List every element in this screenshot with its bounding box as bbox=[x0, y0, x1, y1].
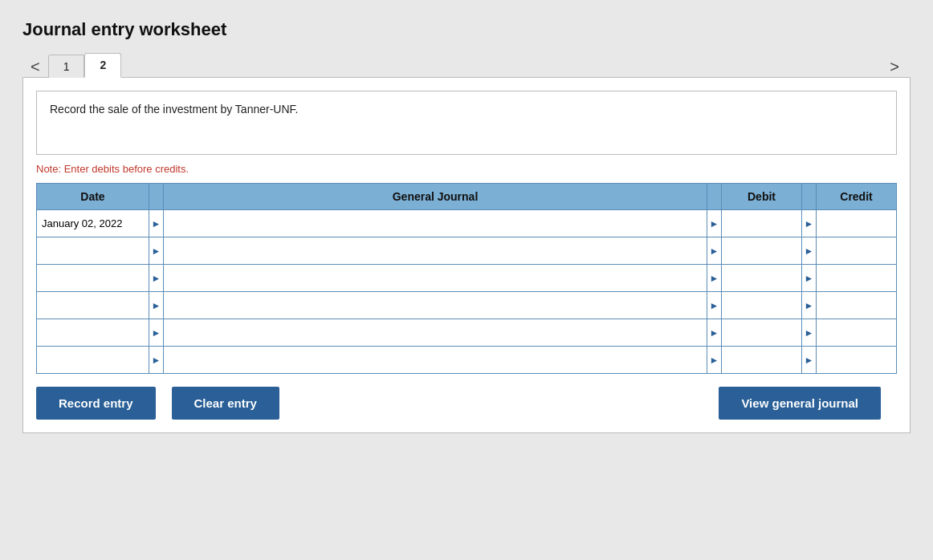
arrow-cell-3-2: ► bbox=[802, 265, 817, 292]
next-nav-button[interactable]: > bbox=[882, 55, 907, 78]
input-debit-3[interactable] bbox=[722, 292, 801, 319]
input-date-3[interactable] bbox=[37, 292, 149, 319]
cell-journal-2[interactable] bbox=[164, 265, 707, 292]
page-container: Journal entry worksheet < 1 2 > Record t… bbox=[0, 0, 933, 560]
input-journal-5[interactable] bbox=[164, 347, 707, 373]
cell-debit-0[interactable] bbox=[722, 210, 802, 237]
col-arrow-2 bbox=[707, 184, 722, 210]
prev-nav-button[interactable]: < bbox=[22, 55, 48, 78]
col-header-debit: Debit bbox=[722, 184, 802, 210]
input-credit-0[interactable] bbox=[817, 210, 896, 237]
cell-date-1[interactable] bbox=[37, 237, 149, 265]
cell-credit-5[interactable] bbox=[817, 347, 897, 374]
arrow-cell-3-4: ► bbox=[802, 319, 817, 347]
cell-debit-4[interactable] bbox=[722, 319, 802, 347]
col-header-credit: Credit bbox=[817, 184, 897, 210]
col-header-journal: General Journal bbox=[164, 184, 707, 210]
input-date-5[interactable] bbox=[37, 347, 149, 373]
input-credit-2[interactable] bbox=[817, 265, 896, 291]
instruction-text: Record the sale of the investment by Tan… bbox=[50, 103, 298, 116]
input-credit-3[interactable] bbox=[817, 292, 896, 319]
table-row: ►►► bbox=[37, 347, 897, 374]
cell-date-5[interactable] bbox=[37, 347, 149, 374]
cell-date-0[interactable] bbox=[37, 210, 149, 237]
tab-1[interactable]: 1 bbox=[48, 55, 85, 78]
input-journal-4[interactable] bbox=[164, 319, 707, 346]
cell-journal-5[interactable] bbox=[164, 347, 707, 374]
table-row: ►►► bbox=[37, 265, 897, 292]
arrow-cell-2-4: ► bbox=[707, 319, 722, 347]
input-debit-5[interactable] bbox=[722, 347, 801, 373]
buttons-row: Record entry Clear entry View general jo… bbox=[36, 387, 897, 420]
input-date-2[interactable] bbox=[37, 265, 149, 291]
table-row: ►►► bbox=[37, 237, 897, 265]
cell-journal-1[interactable] bbox=[164, 237, 707, 265]
arrow-cell-3-0: ► bbox=[802, 210, 817, 237]
cell-credit-2[interactable] bbox=[817, 265, 897, 292]
cell-journal-3[interactable] bbox=[164, 292, 707, 319]
note-text: Note: Enter debits before credits. bbox=[36, 163, 897, 175]
input-journal-0[interactable] bbox=[164, 210, 707, 237]
arrow-cell-3-5: ► bbox=[802, 347, 817, 374]
table-row: ►►► bbox=[37, 292, 897, 319]
cell-journal-4[interactable] bbox=[164, 319, 707, 347]
input-debit-1[interactable] bbox=[722, 237, 801, 264]
input-debit-2[interactable] bbox=[722, 265, 801, 291]
input-journal-3[interactable] bbox=[164, 292, 707, 319]
cell-debit-3[interactable] bbox=[722, 292, 802, 319]
col-arrow-3 bbox=[802, 184, 817, 210]
input-credit-5[interactable] bbox=[817, 347, 896, 373]
cell-debit-1[interactable] bbox=[722, 237, 802, 265]
input-date-4[interactable] bbox=[37, 319, 149, 346]
arrow-cell-1-1: ► bbox=[149, 237, 164, 265]
cell-date-3[interactable] bbox=[37, 292, 149, 319]
input-journal-1[interactable] bbox=[164, 237, 707, 264]
arrow-cell-1-5: ► bbox=[149, 347, 164, 374]
clear-entry-button[interactable]: Clear entry bbox=[172, 387, 279, 420]
input-date-0[interactable] bbox=[37, 210, 149, 237]
table-row: ►►► bbox=[37, 319, 897, 347]
table-row: ►►► bbox=[37, 210, 897, 237]
arrow-cell-2-5: ► bbox=[707, 347, 722, 374]
cell-credit-1[interactable] bbox=[817, 237, 897, 265]
tabs-row: < 1 2 bbox=[22, 53, 121, 78]
arrow-cell-1-4: ► bbox=[149, 319, 164, 347]
arrow-cell-2-2: ► bbox=[707, 265, 722, 292]
input-debit-0[interactable] bbox=[722, 210, 801, 237]
journal-table: Date General Journal Debit Credit ►►►►►►… bbox=[36, 183, 897, 374]
arrow-cell-1-2: ► bbox=[149, 265, 164, 292]
input-credit-1[interactable] bbox=[817, 237, 896, 264]
record-entry-button[interactable]: Record entry bbox=[36, 387, 156, 420]
arrow-cell-3-1: ► bbox=[802, 237, 817, 265]
arrow-cell-1-0: ► bbox=[149, 210, 164, 237]
tab-2[interactable]: 2 bbox=[84, 53, 121, 78]
arrow-cell-2-1: ► bbox=[707, 237, 722, 265]
col-header-date: Date bbox=[37, 184, 149, 210]
input-credit-4[interactable] bbox=[817, 319, 896, 346]
cell-credit-3[interactable] bbox=[817, 292, 897, 319]
main-card: Record the sale of the investment by Tan… bbox=[22, 77, 911, 433]
cell-date-2[interactable] bbox=[37, 265, 149, 292]
arrow-cell-2-3: ► bbox=[707, 292, 722, 319]
cell-credit-4[interactable] bbox=[817, 319, 897, 347]
cell-date-4[interactable] bbox=[37, 319, 149, 347]
arrow-cell-1-3: ► bbox=[149, 292, 164, 319]
input-date-1[interactable] bbox=[37, 237, 149, 264]
arrow-cell-3-3: ► bbox=[802, 292, 817, 319]
page-title: Journal entry worksheet bbox=[22, 19, 911, 40]
input-debit-4[interactable] bbox=[722, 319, 801, 346]
cell-debit-5[interactable] bbox=[722, 347, 802, 374]
cell-journal-0[interactable] bbox=[164, 210, 707, 237]
view-general-journal-button[interactable]: View general journal bbox=[719, 387, 881, 420]
col-arrow-1 bbox=[149, 184, 164, 210]
instruction-box: Record the sale of the investment by Tan… bbox=[36, 91, 897, 155]
arrow-cell-2-0: ► bbox=[707, 210, 722, 237]
cell-credit-0[interactable] bbox=[817, 210, 897, 237]
input-journal-2[interactable] bbox=[164, 265, 707, 291]
cell-debit-2[interactable] bbox=[722, 265, 802, 292]
